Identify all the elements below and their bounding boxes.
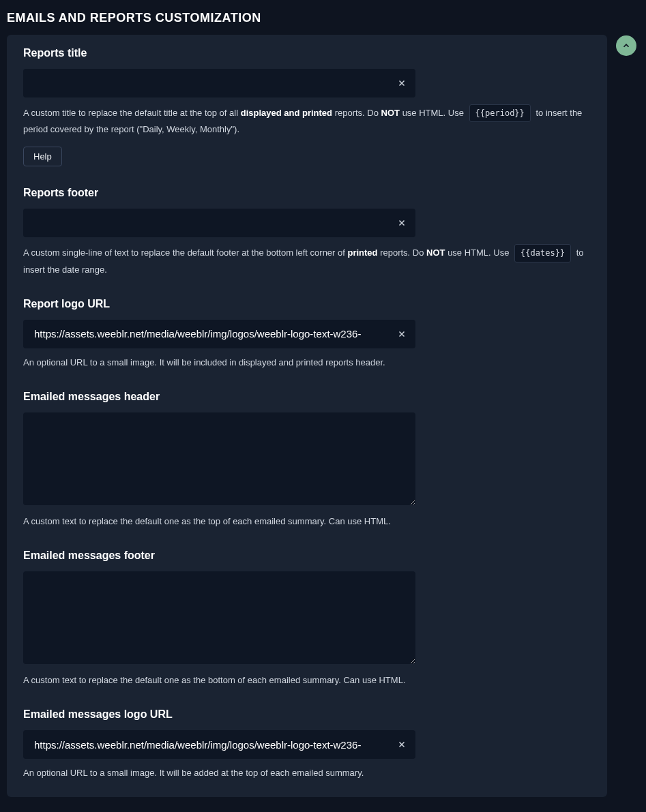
reports-title-label: Reports title	[23, 47, 591, 59]
field-emailed-header: Emailed messages header A custom text to…	[23, 391, 591, 529]
scroll-to-top-button[interactable]	[616, 35, 636, 56]
reports-title-help: A custom title to replace the default ti…	[23, 104, 589, 137]
code-pill-dates: {{dates}}	[514, 244, 571, 262]
emailed-logo-url-input[interactable]	[23, 730, 415, 759]
emailed-logo-url-help: An optional URL to a small image. It wil…	[23, 766, 589, 781]
report-logo-url-label: Report logo URL	[23, 298, 591, 310]
reports-footer-label: Reports footer	[23, 187, 591, 199]
chevron-up-icon	[621, 41, 631, 50]
emailed-header-label: Emailed messages header	[23, 391, 591, 403]
code-pill-period: {{period}}	[469, 104, 531, 122]
page-title: EMAILS AND REPORTS CUSTOMIZATION	[7, 11, 639, 25]
reports-footer-input[interactable]	[23, 209, 415, 237]
field-reports-title: Reports title A custom title to replace …	[23, 47, 591, 166]
report-logo-url-input[interactable]	[23, 320, 415, 348]
field-emailed-footer: Emailed messages footer A custom text to…	[23, 550, 591, 688]
close-icon[interactable]	[395, 216, 409, 230]
report-logo-url-help: An optional URL to a small image. It wil…	[23, 355, 589, 370]
field-emailed-logo-url: Emailed messages logo URL An optional UR…	[23, 708, 591, 781]
emailed-header-textarea[interactable]	[23, 412, 415, 505]
emailed-footer-help: A custom text to replace the default one…	[23, 673, 589, 688]
emailed-header-help: A custom text to replace the default one…	[23, 514, 589, 529]
reports-footer-help: A custom single-line of text to replace …	[23, 244, 589, 277]
emailed-footer-label: Emailed messages footer	[23, 550, 591, 562]
field-reports-footer: Reports footer A custom single-line of t…	[23, 187, 591, 277]
settings-panel: Reports title A custom title to replace …	[7, 35, 607, 797]
emailed-logo-url-label: Emailed messages logo URL	[23, 708, 591, 721]
close-icon[interactable]	[395, 738, 409, 751]
close-icon[interactable]	[395, 76, 409, 90]
emailed-footer-textarea[interactable]	[23, 571, 415, 664]
field-report-logo-url: Report logo URL An optional URL to a sma…	[23, 298, 591, 370]
help-button[interactable]: Help	[23, 147, 62, 166]
close-icon[interactable]	[395, 327, 409, 341]
reports-title-input[interactable]	[23, 69, 415, 97]
